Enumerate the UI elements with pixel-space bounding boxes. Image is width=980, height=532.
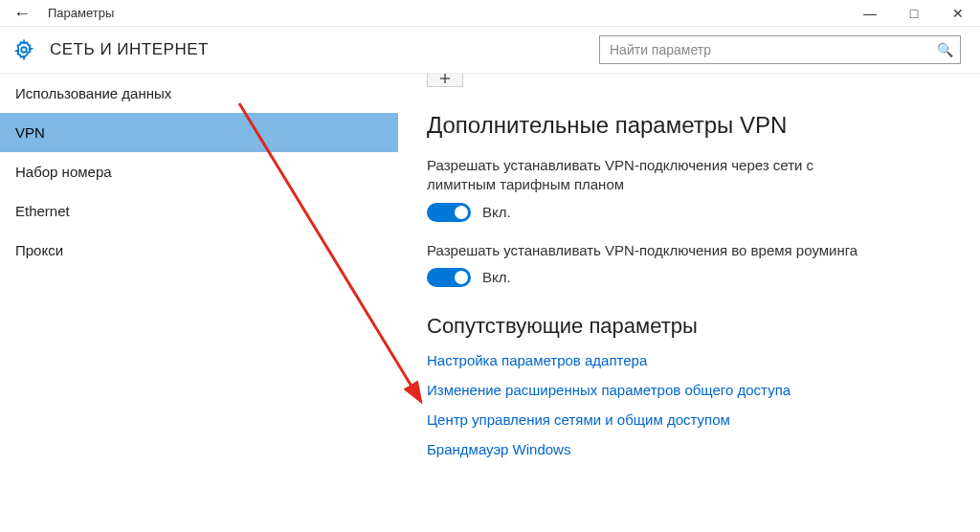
- link-adapter-settings[interactable]: Настройка параметров адаптера: [427, 352, 951, 368]
- search-wrap: 🔍: [599, 35, 961, 64]
- link-network-center[interactable]: Центр управления сетями и общим доступом: [427, 411, 951, 428]
- sidebar-item-dial-up[interactable]: Набор номера: [0, 152, 398, 191]
- link-windows-firewall[interactable]: Брандмауэр Windows: [427, 441, 951, 457]
- search-input[interactable]: [599, 35, 961, 64]
- search-icon[interactable]: 🔍: [937, 42, 953, 57]
- setting-metered-desc: Разрешать устанавливать VPN-подключения …: [427, 156, 886, 195]
- setting-metered: Разрешать устанавливать VPN-подключения …: [427, 156, 951, 222]
- related-heading: Сопутствующие параметры: [427, 314, 951, 339]
- setting-roaming: Разрешать устанавливать VPN-подключения …: [427, 241, 951, 287]
- advanced-vpn-heading: Дополнительные параметры VPN: [427, 112, 951, 139]
- minimize-button[interactable]: —: [848, 0, 892, 26]
- section-title: СЕТЬ И ИНТЕРНЕТ: [50, 40, 209, 59]
- sidebar-item-data-usage[interactable]: Использование данных: [0, 74, 398, 113]
- maximize-button[interactable]: □: [892, 0, 936, 26]
- header: СЕТЬ И ИНТЕРНЕТ 🔍: [0, 27, 980, 73]
- app-title: Параметры: [48, 6, 114, 20]
- sidebar: Использование данных VPN Набор номера Et…: [0, 74, 398, 532]
- sidebar-item-vpn[interactable]: VPN: [0, 113, 398, 152]
- toggle-roaming-state: Вкл.: [482, 269, 511, 285]
- link-advanced-sharing[interactable]: Изменение расширенных параметров общего …: [427, 382, 951, 398]
- sidebar-item-proxy[interactable]: Прокси: [0, 231, 398, 270]
- toggle-roaming[interactable]: [427, 268, 471, 287]
- svg-point-0: [21, 47, 27, 53]
- close-button[interactable]: ✕: [936, 0, 980, 26]
- content: Использование данных VPN Набор номера Et…: [0, 73, 980, 532]
- toggle-metered[interactable]: [427, 203, 471, 222]
- titlebar: ← Параметры — □ ✕: [0, 0, 980, 27]
- add-vpn-button[interactable]: [427, 74, 463, 87]
- back-button[interactable]: ←: [13, 5, 31, 22]
- sidebar-item-ethernet[interactable]: Ethernet: [0, 191, 398, 231]
- toggle-metered-state: Вкл.: [482, 204, 511, 220]
- setting-roaming-desc: Разрешать устанавливать VPN-подключения …: [427, 241, 886, 260]
- window-controls: — □ ✕: [848, 0, 980, 26]
- gear-icon: [13, 39, 34, 60]
- main-panel: Дополнительные параметры VPN Разрешать у…: [398, 74, 980, 532]
